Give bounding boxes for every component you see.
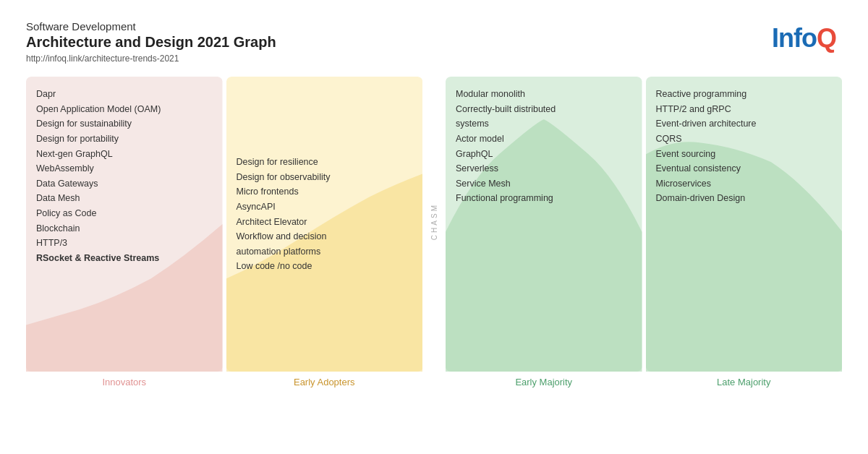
header-url: http://infoq.link/architecture-trends-20… xyxy=(26,53,842,64)
early-majority-label: Early Majority xyxy=(446,372,642,387)
chasm-divider: CHASM xyxy=(426,77,442,387)
item-oam: Open Application Model (OAM) xyxy=(36,102,216,117)
item-modular-monolith: Modular monolith xyxy=(456,87,635,102)
item-reactive-programming: Reactive programming xyxy=(656,87,835,102)
item-portability: Design for portability xyxy=(36,132,216,147)
item-asyncapi: AsyncAPI xyxy=(237,200,416,215)
item-data-gateways: Data Gateways xyxy=(36,176,216,192)
item-graphql-next: Next-gen GraphQL xyxy=(36,147,216,162)
infoq-logo: InfoQ xyxy=(772,23,836,53)
item-dapr: Dapr xyxy=(36,87,216,102)
chart-area: Dapr Open Application Model (OAM) Design… xyxy=(26,77,842,387)
innovators-label: Innovators xyxy=(26,372,223,387)
innovators-bg: Dapr Open Application Model (OAM) Design… xyxy=(26,77,223,372)
late-majority-bg: Reactive programming HTTP/2 and gRPC Eve… xyxy=(646,77,843,372)
item-sustainability: Design for sustainability xyxy=(36,116,216,132)
early-majority-items: Modular monolith Correctly-built distrib… xyxy=(446,77,642,206)
item-serverless: Serverless xyxy=(456,161,635,176)
item-data-mesh: Data Mesh xyxy=(36,191,216,206)
column-early-adopters: Design for resilience Design for observa… xyxy=(226,77,423,387)
item-resilience: Design for resilience xyxy=(237,155,416,170)
item-workflow: Workflow and decisionautomation platform… xyxy=(237,229,416,259)
item-actor-model: Actor model xyxy=(456,132,635,147)
item-ddd: Domain-driven Design xyxy=(656,191,835,206)
item-rsocket: RSocket & Reactive Streams xyxy=(36,251,216,266)
item-http2-grpc: HTTP/2 and gRPC xyxy=(656,102,835,117)
item-policy-as-code: Policy as Code xyxy=(36,206,216,221)
early-adopters-label: Early Adopters xyxy=(226,372,423,387)
early-majority-bg: Modular monolith Correctly-built distrib… xyxy=(446,77,642,372)
item-event-sourcing: Event sourcing xyxy=(656,147,835,162)
item-microservices: Microservices xyxy=(656,176,835,192)
item-graphql: GraphQL xyxy=(456,147,635,162)
item-architect-elevator: Architect Elevator xyxy=(237,215,416,230)
late-majority-items: Reactive programming HTTP/2 and gRPC Eve… xyxy=(646,77,843,206)
chasm-area: CHASM xyxy=(430,77,438,367)
item-functional-programming: Functional programming xyxy=(456,191,635,206)
item-micro-frontends: Micro frontends xyxy=(237,184,416,200)
item-service-mesh: Service Mesh xyxy=(456,176,635,192)
item-event-driven: Event-driven architecture xyxy=(656,116,835,132)
early-adopters-bg: Design for resilience Design for observa… xyxy=(226,77,423,372)
early-adopters-items: Design for resilience Design for observa… xyxy=(226,77,423,274)
chasm-label: CHASM xyxy=(430,203,438,240)
item-blockchain: Blockchain xyxy=(36,221,216,236)
item-distributed-systems: Correctly-built distributedsystems xyxy=(456,102,635,132)
column-innovators: Dapr Open Application Model (OAM) Design… xyxy=(26,77,223,387)
item-http3: HTTP/3 xyxy=(36,236,216,251)
infoq-q: Q xyxy=(817,23,836,53)
late-majority-label: Late Majority xyxy=(646,372,843,387)
column-early-majority: Modular monolith Correctly-built distrib… xyxy=(446,77,642,387)
innovators-items: Dapr Open Application Model (OAM) Design… xyxy=(26,77,223,266)
item-eventual-consistency: Eventual consistency xyxy=(656,161,835,176)
header-top-line: Software Development xyxy=(26,20,842,33)
header-title: Architecture and Design 2021 Graph xyxy=(26,34,842,51)
page-container: Software Development Architecture and De… xyxy=(0,0,868,454)
item-webassembly: WebAssembly xyxy=(36,161,216,176)
header: Software Development Architecture and De… xyxy=(26,20,842,64)
column-late-majority: Reactive programming HTTP/2 and gRPC Eve… xyxy=(646,77,843,387)
item-cqrs: CQRS xyxy=(656,132,835,147)
item-observability: Design for observability xyxy=(237,170,416,185)
item-lowcode: Low code /no code xyxy=(237,259,416,274)
